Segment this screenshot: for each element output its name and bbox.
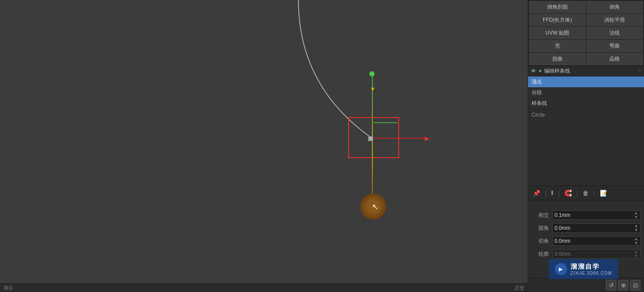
- prop-value-outline: 0.0mm: [554, 251, 634, 257]
- prop-spinner-intersect[interactable]: ▲▼: [634, 211, 638, 219]
- prop-label-intersect: 相交: [532, 212, 552, 219]
- sep3: |: [577, 190, 578, 196]
- btn-ffd-box[interactable]: FFD(长方体): [529, 14, 586, 26]
- eye-icon[interactable]: 👁: [531, 68, 536, 74]
- modifier-buttons-grid: 倒角剖面 倒角 FFD(长方体) 涡轮平滑 UVW 贴图 法线 壳 弯曲 扭曲 …: [528, 0, 644, 66]
- pin-icon[interactable]: 📌: [532, 189, 541, 197]
- btn-lattice[interactable]: 晶格: [586, 53, 644, 65]
- modifier-item-label-vertex: 顶点: [532, 78, 542, 86]
- circle-label: Circle: [528, 109, 644, 121]
- prop-label-outline: 轮廓: [532, 251, 552, 258]
- brown-circle: [360, 194, 386, 219]
- modifier-item-vertex[interactable]: 顶点: [528, 76, 644, 87]
- dots-separator: · · · · · · · · · · · · · · ·: [528, 200, 644, 206]
- prop-spinner-outline[interactable]: ▲▼: [634, 250, 638, 258]
- prop-value-container-fillet[interactable]: 0.0mm ▲▼: [552, 223, 641, 233]
- prop-spinner-chamfer[interactable]: ▲▼: [634, 237, 638, 245]
- prop-value-container-outline[interactable]: 0.0mm ▲▼: [552, 249, 641, 259]
- drag-handle-icon[interactable]: ⠿: [638, 69, 641, 73]
- watermark-main-text: 溜溜自学: [570, 263, 612, 271]
- sep2: |: [558, 190, 559, 196]
- modifier-header: 👁 ▼ 编辑样条线 ⠿: [528, 66, 644, 76]
- modifier-item-spline[interactable]: 样条线: [528, 98, 644, 109]
- icon-rotate[interactable]: ↺: [606, 280, 616, 290]
- gizmo-y-arrow: ▼: [370, 86, 376, 92]
- btn-twist[interactable]: 扭曲: [529, 53, 586, 65]
- prop-value-container-chamfer[interactable]: 0.0mm ▲▼: [552, 236, 641, 246]
- bottom-left-text: 顶点: [3, 285, 13, 291]
- prop-value-container-intersect[interactable]: 0.1mm ▲▼: [552, 210, 641, 220]
- sep1: |: [545, 190, 546, 196]
- prop-value-fillet: 0.0mm: [554, 225, 634, 231]
- prop-label-chamfer: 切角: [532, 238, 552, 245]
- magnet-icon[interactable]: 🧲: [563, 189, 573, 197]
- btn-uvw-map[interactable]: UVW 贴图: [529, 27, 586, 39]
- sep4: |: [593, 190, 595, 196]
- prop-row-outline: 轮廓 0.0mm ▲▼: [530, 248, 642, 260]
- icon-center[interactable]: ⊡: [630, 280, 641, 290]
- prop-value-chamfer: 0.0mm: [554, 238, 634, 244]
- prop-row-intersect: 相交 0.1mm ▲▼: [530, 209, 642, 221]
- bottom-bar: 顶点 正交: [0, 283, 528, 292]
- toolbar-icons-row: 📌 | 𝐈 | 🧲 | 🗑 | 📝: [528, 185, 644, 200]
- prop-spinner-fillet[interactable]: ▲▼: [634, 224, 638, 232]
- prop-label-fillet: 圆角: [532, 225, 552, 232]
- right-bottom-icons-row: ↺ ⊕ ⊡: [528, 278, 644, 292]
- right-panel: 倒角剖面 倒角 FFD(长方体) 涡轮平滑 UVW 贴图 法线 壳 弯曲 扭曲 …: [528, 0, 644, 292]
- icon-share[interactable]: ⊕: [618, 280, 628, 290]
- watermark-text-block: 溜溜自学 ZIXUE.3D66.COM: [570, 263, 612, 276]
- watermark: ▶ 溜溜自学 ZIXUE.3D66.COM: [549, 259, 618, 279]
- btn-bevel[interactable]: 倒角: [586, 1, 644, 13]
- edit-icon[interactable]: 📝: [599, 189, 609, 197]
- btn-normal[interactable]: 法线: [586, 27, 644, 39]
- watermark-sub-text: ZIXUE.3D66.COM: [570, 271, 612, 276]
- prop-row-fillet: 圆角 0.0mm ▲▼: [530, 222, 642, 234]
- viewport-svg: [0, 0, 528, 292]
- btn-shell[interactable]: 壳: [529, 40, 586, 52]
- modifier-panel: 👁 ▼ 编辑样条线 ⠿ 顶点 分段 样条线: [528, 66, 644, 109]
- gizmo-y-handle[interactable]: [369, 71, 375, 76]
- modifier-item-label-segment: 分段: [532, 89, 542, 96]
- cursor-icon[interactable]: 𝐈: [550, 188, 554, 197]
- btn-turbosmooth[interactable]: 涡轮平滑: [586, 14, 644, 26]
- btn-bend[interactable]: 弯曲: [586, 40, 644, 52]
- bottom-right-text: 正交: [515, 285, 524, 291]
- btn-bevel-profile[interactable]: 倒角剖面: [529, 1, 586, 13]
- modifier-header-label: 编辑样条线: [544, 67, 637, 75]
- gizmo-x-arrow: ▶: [425, 135, 429, 142]
- watermark-play-icon: ▶: [555, 263, 567, 275]
- modifier-item-segment[interactable]: 分段: [528, 87, 644, 98]
- delete-icon[interactable]: 🗑: [581, 189, 590, 197]
- prop-row-chamfer: 切角 0.0mm ▲▼: [530, 235, 642, 247]
- selection-box: [348, 117, 399, 158]
- modifier-item-label-spline: 样条线: [532, 100, 547, 107]
- viewport: ▼ ▶ ↖ 顶点 正交: [0, 0, 528, 292]
- expand-icon[interactable]: ▼: [538, 69, 542, 73]
- prop-value-intersect: 0.1mm: [554, 212, 634, 218]
